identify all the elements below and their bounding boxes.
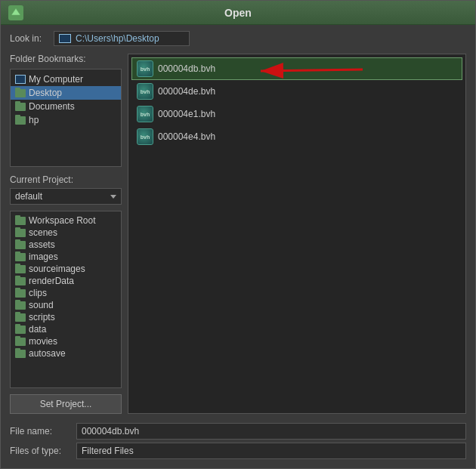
bookmark-label: Documents [29, 101, 75, 112]
title-bar: Open [1, 1, 475, 25]
project-dropdown[interactable]: default [10, 188, 122, 205]
bookmark-label: hp [29, 115, 39, 125]
tree-item-data[interactable]: data [11, 323, 121, 335]
bottom-fields: File name: 000004db.bvh Files of type: F… [10, 418, 466, 462]
tree-item-clips[interactable]: clips [11, 287, 121, 299]
dropdown-arrow-icon [110, 195, 116, 199]
current-project-label: Current Project: [10, 174, 122, 185]
folder-icon [15, 289, 26, 298]
file-item-3[interactable]: bvh 000004e1.bvh [131, 103, 462, 125]
bookmark-documents[interactable]: Documents [11, 100, 121, 113]
set-project-button[interactable]: Set Project... [10, 394, 122, 414]
bvh-file-icon: bvh [137, 83, 153, 100]
project-value: default [15, 191, 42, 202]
tree-item-label: Workspace Root [29, 215, 95, 226]
folder-icon [15, 241, 26, 249]
file-name-value: 000004db.bvh [82, 426, 139, 437]
file-item-1[interactable]: bvh 000004db.bvh [131, 57, 462, 80]
file-name-row: File name: 000004db.bvh [10, 423, 466, 440]
look-in-input[interactable]: C:\Users\hp\Desktop [54, 31, 190, 46]
dialog-title: Open [31, 7, 445, 19]
tree-item-sound[interactable]: sound [11, 299, 121, 311]
files-of-type-value: Filtered Files [82, 446, 134, 456]
tree-item-label: renderData [29, 276, 74, 286]
computer-icon [15, 75, 26, 84]
bvh-file-icon: bvh [137, 128, 153, 145]
files-of-type-label: Files of type: [10, 446, 70, 456]
tree-item-movies[interactable]: movies [11, 335, 121, 347]
bookmark-label: My Computer [29, 74, 83, 85]
file-name-label: File name: [10, 426, 70, 437]
look-in-row: Look in: C:\Users\hp\Desktop [10, 31, 466, 46]
folder-icon [15, 350, 26, 358]
app-icon [8, 5, 23, 20]
folder-icon [15, 338, 26, 346]
tree-item-label: sourceimages [29, 264, 85, 274]
look-in-label: Look in: [10, 33, 48, 44]
tree-item-autosave[interactable]: autosave [11, 347, 121, 359]
tree-item-label: sound [29, 300, 54, 310]
tree-item-label: assets [29, 239, 55, 250]
bookmarks-list: My Computer Desktop Documents hp [10, 69, 122, 167]
folder-icon [15, 313, 26, 322]
bvh-file-icon: bvh [137, 106, 153, 122]
tree-item-workspace-root[interactable]: Workspace Root [11, 214, 121, 227]
bookmark-my-computer[interactable]: My Computer [11, 73, 121, 86]
tree-item-label: clips [29, 288, 47, 298]
dialog-body: Look in: C:\Users\hp\Desktop Folder Book… [1, 25, 475, 468]
tree-item-assets[interactable]: assets [11, 239, 121, 251]
bookmark-label: Desktop [29, 88, 62, 98]
tree-item-label: images [29, 251, 58, 262]
tree-item-renderdata[interactable]: renderData [11, 275, 121, 287]
bookmark-desktop[interactable]: Desktop [11, 86, 121, 100]
tree-item-scenes[interactable]: scenes [11, 227, 121, 239]
folder-icon [15, 301, 26, 310]
file-item-4[interactable]: bvh 000004e4.bvh [131, 125, 462, 148]
tree-item-scripts[interactable]: scripts [11, 311, 121, 323]
svg-marker-0 [11, 8, 20, 15]
bookmark-hp[interactable]: hp [11, 113, 121, 127]
folder-icon [15, 265, 26, 273]
file-name: 000004e1.bvh [158, 109, 215, 119]
tree-item-label: data [29, 324, 46, 335]
file-name: 000004db.bvh [158, 63, 215, 74]
tree-item-images[interactable]: images [11, 251, 121, 263]
files-of-type-input[interactable]: Filtered Files [76, 443, 466, 459]
tree-item-sourceimages[interactable]: sourceimages [11, 263, 121, 275]
tree-item-label: movies [29, 336, 57, 347]
tree-item-label: scripts [29, 312, 55, 322]
file-browser: bvh 000004db.bvh bvh 000004de.bvh bvh 00… [128, 54, 466, 414]
file-item-2[interactable]: bvh 000004de.bvh [131, 80, 462, 103]
folder-bookmarks-label: Folder Bookmarks: [10, 54, 122, 64]
bvh-file-icon: bvh [137, 60, 153, 77]
tree-item-label: autosave [29, 348, 66, 359]
files-of-type-row: Files of type: Filtered Files [10, 443, 466, 459]
folder-icon [15, 89, 26, 97]
folder-icon [15, 277, 26, 285]
look-in-value: C:\Users\hp\Desktop [76, 33, 159, 44]
tree-item-label: scenes [29, 227, 57, 238]
file-name: 000004de.bvh [158, 86, 215, 97]
monitor-icon [59, 34, 71, 43]
folder-icon [15, 253, 26, 261]
folder-icon [15, 116, 26, 125]
file-name: 000004e4.bvh [158, 131, 215, 142]
open-dialog: Open Look in: C:\Users\hp\Desktop Folder… [0, 0, 476, 469]
folder-icon [15, 217, 26, 225]
main-content: Folder Bookmarks: My Computer Desktop Do… [10, 54, 466, 414]
left-panel: Folder Bookmarks: My Computer Desktop Do… [10, 54, 122, 414]
workspace-tree: Workspace Root scenes assets images [10, 211, 122, 388]
folder-icon [15, 229, 26, 237]
folder-icon [15, 103, 26, 111]
folder-icon [15, 326, 26, 334]
file-name-input[interactable]: 000004db.bvh [76, 423, 466, 440]
